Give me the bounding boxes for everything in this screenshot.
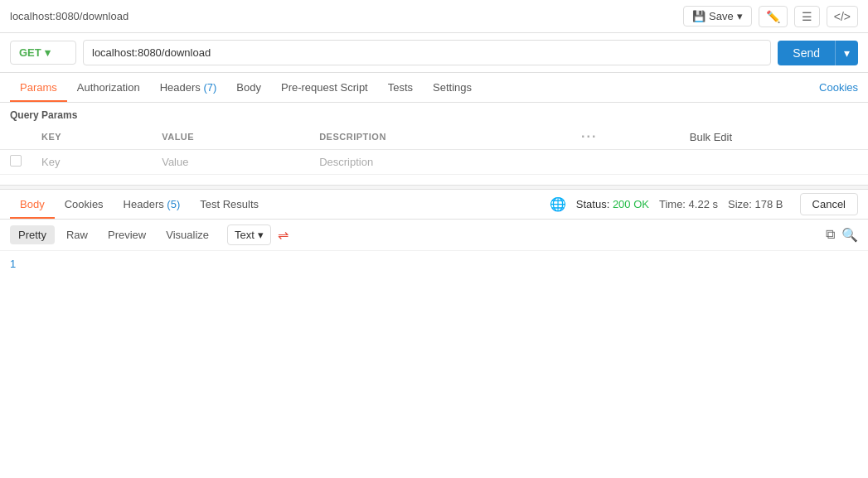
edit-button[interactable]: ✏️: [759, 6, 788, 27]
tab-authorization-label: Authorization: [77, 81, 140, 94]
method-label: GET: [19, 46, 41, 59]
query-params-section: Query Params: [0, 103, 868, 121]
tab-pre-request-script[interactable]: Pre-request Script: [271, 73, 378, 102]
value-header: VALUE: [152, 124, 309, 150]
tab-tests[interactable]: Tests: [378, 73, 423, 102]
request-url-display: localhost:8080/download: [10, 10, 129, 22]
send-dropdown-icon[interactable]: ▾: [835, 41, 858, 65]
save-dropdown-icon: ▾: [737, 10, 743, 22]
value-cell[interactable]: Value: [152, 150, 309, 175]
tab-settings[interactable]: Settings: [423, 73, 482, 102]
response-tabs-bar: Body Cookies Headers (5) Test Results 🌐 …: [0, 190, 868, 220]
response-tab-test-results-label: Test Results: [200, 198, 259, 210]
copy-icon[interactable]: ⧉: [826, 227, 835, 243]
method-select[interactable]: GET ▾: [10, 41, 76, 65]
tab-params[interactable]: Params: [10, 73, 67, 102]
globe-icon: 🌐: [550, 196, 566, 212]
tab-headers-count: (7): [203, 81, 216, 94]
checkbox-header: [0, 124, 32, 150]
description-header: DESCRIPTION: [309, 124, 571, 150]
code-icon: </>: [834, 10, 851, 23]
send-button[interactable]: Send ▾: [778, 41, 858, 65]
tab-body-label: Body: [236, 81, 261, 94]
request-tabs-bar: Params Authorization Headers (7) Body Pr…: [0, 73, 868, 103]
format-label: Text: [235, 229, 255, 241]
size-label: Size: 178 B: [728, 198, 783, 210]
tab-params-label: Params: [20, 81, 57, 94]
save-label: Save: [709, 10, 734, 22]
tab-body[interactable]: Body: [226, 73, 271, 102]
status-value: 200 OK: [613, 198, 649, 210]
save-button[interactable]: 💾 Save ▾: [683, 6, 752, 27]
response-tab-headers-label: Headers: [124, 198, 167, 210]
query-params-label: Query Params: [10, 109, 858, 121]
response-tab-headers[interactable]: Headers (5): [114, 190, 191, 219]
view-preview-button[interactable]: Preview: [99, 225, 154, 244]
response-status: 🌐 Status: 200 OK Time: 4.22 s Size: 178 …: [550, 193, 858, 215]
tab-headers[interactable]: Headers (7): [150, 73, 227, 102]
format-dropdown-icon: ▾: [258, 229, 264, 241]
bulk-edit-button[interactable]: Bulk Edit: [690, 131, 732, 143]
more-options-header: ···: [571, 124, 680, 150]
time-label: Time: 4.22 s: [659, 198, 718, 210]
tab-authorization[interactable]: Authorization: [67, 73, 150, 102]
view-pretty-button[interactable]: Pretty: [10, 225, 55, 244]
top-bar: localhost:8080/download 💾 Save ▾ ✏️ ☰ </…: [0, 0, 868, 33]
tab-tests-label: Tests: [388, 81, 413, 94]
line-number-1: 1: [10, 258, 16, 270]
row-bulk: [680, 150, 868, 175]
document-icon: ☰: [802, 10, 812, 23]
size-value: 178 B: [755, 198, 783, 210]
response-body: 1: [0, 251, 868, 400]
description-cell[interactable]: Description: [309, 150, 571, 175]
search-icon[interactable]: 🔍: [841, 227, 858, 243]
view-visualize-button[interactable]: Visualize: [158, 225, 217, 244]
response-tab-cookies[interactable]: Cookies: [55, 190, 114, 219]
cancel-button[interactable]: Cancel: [800, 193, 858, 215]
view-right-actions: ⧉ 🔍: [826, 227, 858, 243]
request-bar: GET ▾ Send ▾: [0, 33, 868, 73]
params-table: KEY VALUE DESCRIPTION ··· Bulk Edit Key …: [0, 124, 868, 175]
status-label: Status: 200 OK: [576, 198, 649, 210]
row-checkbox[interactable]: [0, 150, 32, 175]
send-label: Send: [778, 41, 835, 65]
cookies-link[interactable]: Cookies: [819, 73, 858, 102]
tab-settings-label: Settings: [433, 81, 472, 94]
response-tab-cookies-label: Cookies: [65, 198, 104, 210]
wrap-icon[interactable]: ⇌: [278, 227, 289, 243]
more-icon[interactable]: ···: [581, 129, 597, 143]
code-button[interactable]: </>: [827, 6, 858, 27]
tab-headers-label: Headers: [160, 81, 204, 94]
url-input[interactable]: [83, 40, 771, 65]
response-tab-body-label: Body: [20, 198, 45, 210]
edit-icon: ✏️: [766, 10, 780, 23]
method-dropdown-icon: ▾: [45, 46, 51, 59]
view-raw-button[interactable]: Raw: [58, 225, 96, 244]
response-headers-count: (5): [167, 198, 180, 210]
format-select[interactable]: Text ▾: [227, 225, 271, 245]
time-value: 4.22 s: [689, 198, 718, 210]
key-cell[interactable]: Key: [32, 150, 152, 175]
key-header: KEY: [32, 124, 152, 150]
save-icon: 💾: [692, 10, 706, 22]
table-row: Key Value Description: [0, 150, 868, 175]
response-tab-test-results[interactable]: Test Results: [190, 190, 269, 219]
bulk-edit-cell: Bulk Edit: [680, 124, 868, 150]
response-tab-body[interactable]: Body: [10, 190, 55, 219]
row-more: [571, 150, 680, 175]
tab-pre-request-script-label: Pre-request Script: [281, 81, 368, 94]
top-bar-actions: 💾 Save ▾ ✏️ ☰ </>: [683, 6, 858, 27]
document-button[interactable]: ☰: [794, 6, 820, 27]
view-bar: Pretty Raw Preview Visualize Text ▾ ⇌ ⧉ …: [0, 220, 868, 251]
